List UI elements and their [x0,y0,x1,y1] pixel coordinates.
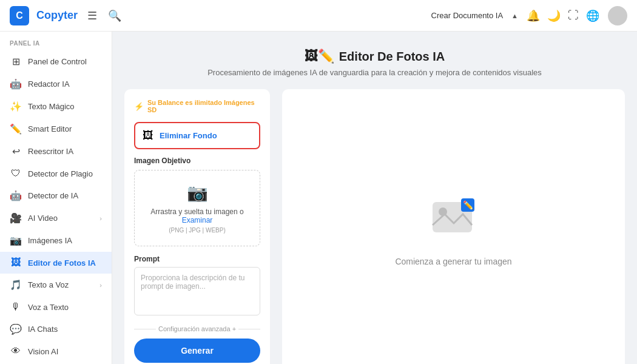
logo-icon[interactable]: C [10,6,29,25]
sidebar: PANEL IA ⊞ Panel de Control 🤖 Redactor I… [0,32,112,364]
shield-icon: 🛡 [10,168,22,179]
topbar-right: Crear Documento IA ▲ 🔔 🌙 ⛶ 🌐 [431,6,627,25]
prompt-input[interactable] [134,267,260,315]
photo-editor-icon: 🖼 [10,257,22,268]
notification-icon[interactable]: 🔔 [527,9,540,22]
sidebar-item-texto-magico[interactable]: ✨ Texto Mágico [0,95,112,118]
crear-chevron: ▲ [511,12,518,19]
sidebar-item-reescritor-ia[interactable]: ↩ Reescritor IA [0,140,112,163]
sidebar-label: Redactor IA [28,79,70,89]
sidebar-item-texto-a-voz[interactable]: 🎵 Texto a Voz › [0,274,112,296]
sidebar-item-imagenes-ia[interactable]: 📷 Imágenes IA [0,229,112,252]
tool-info: Eliminar Fondo [160,131,217,140]
sidebar-label: Smart Editor [28,124,72,133]
sidebar-label: IA Chats [28,325,58,334]
page-subtitle: Procesamiento de imágenes IA de vanguard… [122,68,627,77]
globe-icon[interactable]: 🌐 [586,9,599,22]
magic-icon: ✨ [10,101,22,112]
left-panel: ⚡ Su Balance es ilimitado Imágenes SD 🖼 … [124,89,270,364]
chat-icon: 💬 [10,323,22,335]
rewrite-icon: ↩ [10,146,22,157]
sidebar-label: Reescritor IA [28,147,73,156]
eliminar-fondo-card[interactable]: 🖼 Eliminar Fondo [134,122,260,149]
balance-text: Su Balance es ilimitado Imágenes SD [147,99,260,113]
upload-drop-zone[interactable]: 📷 Arrastra y suelta tu imagen o Examinar… [134,170,260,246]
sidebar-label: Imágenes IA [28,236,72,245]
balance-bar: ⚡ Su Balance es ilimitado Imágenes SD [134,99,260,113]
sidebar-item-detector-ia[interactable]: 🤖 Detector de IA [0,184,112,207]
sidebar-label: AI Video [28,214,58,223]
sidebar-item-voz-a-texto[interactable]: 🎙 Voz a Texto [0,296,112,318]
page-header: 🖼✏️ Editor De Fotos IA Procesamiento de … [112,32,637,89]
stt-icon: 🎙 [10,302,22,312]
empty-state-icon: ✏️ [430,196,478,247]
upload-section: Imagen Objetivo 📷 Arrastra y suelta tu i… [134,157,260,246]
upload-formats: (PNG | JPG | WEBP) [144,227,250,234]
eye-icon: 👁 [10,346,22,357]
grid-icon: ⊞ [10,56,22,67]
video-icon: 🎥 [10,212,22,224]
page-title-icon: 🖼✏️ [305,49,334,64]
sidebar-label: Texto Mágico [28,102,75,111]
sidebar-item-vision-ai[interactable]: 👁 Vision AI [0,340,112,362]
logo-text: Copyter [36,9,78,22]
svg-text:✏️: ✏️ [462,200,473,211]
topbar-left: C Copyter ☰ 🔍 [10,6,124,25]
sidebar-item-redactor-ia[interactable]: 🤖 Redactor IA [0,73,112,95]
sidebar-item-ia-chats[interactable]: 💬 IA Chats [0,318,112,340]
sidebar-item-editor-fotos-ia[interactable]: 🖼 Editor de Fotos IA [0,252,112,274]
sidebar-item-ai-video[interactable]: 🎥 AI Video › [0,207,112,229]
upload-text: Arrastra y suelta tu imagen o Examinar [144,207,250,224]
content-area: 🖼✏️ Editor De Fotos IA Procesamiento de … [112,32,637,364]
tts-icon: 🎵 [10,279,22,291]
sidebar-label: Editor de Fotos IA [28,258,96,268]
sidebar-label: Detector de IA [28,191,78,200]
advanced-config-toggle[interactable]: Configuración avanzada + [134,325,260,332]
right-empty-text: Comienza a generar tu imagen [395,257,511,266]
examinar-link[interactable]: Examinar [182,216,213,224]
main-layout: PANEL IA ⊞ Panel de Control 🤖 Redactor I… [0,32,637,364]
generate-button[interactable]: Generar [134,339,260,363]
camera-icon: 📷 [144,183,250,203]
detector-icon: 🤖 [10,190,22,201]
chevron-right-icon: › [99,215,102,222]
crear-documento-btn[interactable]: Crear Documento IA [431,11,504,20]
fullscreen-icon[interactable]: ⛶ [568,9,579,22]
hamburger-icon[interactable]: ☰ [85,7,99,25]
image-icon: 📷 [10,235,22,246]
sidebar-label: Vision AI [28,347,58,356]
avatar[interactable] [608,6,627,25]
topbar: C Copyter ☰ 🔍 Crear Documento IA ▲ 🔔 🌙 ⛶… [0,0,637,32]
robot-icon: 🤖 [10,78,22,90]
sidebar-section-label: PANEL IA [0,32,112,50]
search-icon[interactable]: 🔍 [106,7,124,25]
prompt-label: Prompt [134,255,260,263]
remove-bg-icon: 🖼 [143,129,153,142]
sidebar-item-smart-editor[interactable]: ✏️ Smart Editor [0,118,112,140]
upload-label: Imagen Objetivo [134,157,260,165]
sidebar-label: Voz a Texto [28,303,69,312]
moon-icon[interactable]: 🌙 [547,9,561,22]
tool-name: Eliminar Fondo [160,131,217,140]
two-col-layout: ⚡ Su Balance es ilimitado Imágenes SD 🖼 … [112,89,637,364]
sidebar-item-panel-control[interactable]: ⊞ Panel de Control [0,50,112,73]
edit-icon: ✏️ [10,123,22,135]
page-title: 🖼✏️ Editor De Fotos IA [122,49,627,64]
chevron-right-icon-2: › [99,281,102,289]
topbar-right-icons: 🔔 🌙 ⛶ 🌐 [527,9,599,22]
topbar-icons: ☰ 🔍 [85,7,124,25]
sidebar-label: Detector de Plagio [28,169,93,178]
right-panel: ✏️ Comienza a generar tu imagen [282,89,625,364]
sidebar-label: Panel de Control [28,57,87,66]
prompt-section: Prompt [134,255,260,318]
sidebar-label: Texto a Voz [28,280,69,289]
sidebar-item-detector-plagio[interactable]: 🛡 Detector de Plagio [0,163,112,184]
bolt-icon: ⚡ [134,102,144,111]
